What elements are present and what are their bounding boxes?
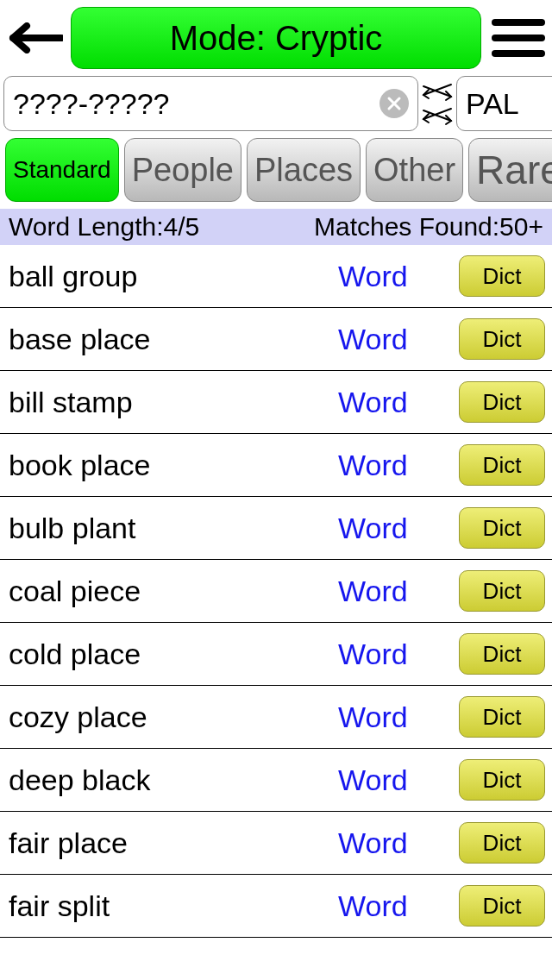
dict-button[interactable]: Dict <box>459 570 545 612</box>
swap-arrows-icon <box>420 78 455 129</box>
result-row: ball groupWordDict <box>0 245 552 308</box>
hamburger-icon <box>492 19 545 26</box>
letters-input-wrap <box>456 76 552 131</box>
pattern-input-wrap <box>3 76 418 131</box>
dict-button[interactable]: Dict <box>459 885 545 927</box>
close-icon <box>386 96 402 111</box>
result-word: book place <box>9 449 338 482</box>
swap-button[interactable] <box>420 76 455 131</box>
dict-button[interactable]: Dict <box>459 696 545 738</box>
result-word: bill stamp <box>9 386 338 419</box>
result-type-link[interactable]: Word <box>338 449 459 482</box>
mode-button[interactable]: Mode: Cryptic <box>71 7 481 69</box>
result-word: fair place <box>9 826 338 860</box>
result-row: coal pieceWordDict <box>0 560 552 623</box>
result-type-link[interactable]: Word <box>338 386 459 419</box>
result-row: bulb plantWordDict <box>0 497 552 560</box>
result-type-link[interactable]: Word <box>338 323 459 356</box>
result-word: bulb plant <box>9 512 338 545</box>
letters-input[interactable] <box>466 87 552 121</box>
filter-places[interactable]: Places <box>247 138 361 202</box>
status-bar: Word Length:4/5 Matches Found:50+ <box>0 209 552 245</box>
result-type-link[interactable]: Word <box>338 700 459 734</box>
results-list: ball groupWordDictbase placeWordDictbill… <box>0 245 552 938</box>
dict-button[interactable]: Dict <box>459 759 545 801</box>
result-row: fair splitWordDict <box>0 875 552 938</box>
result-row: base placeWordDict <box>0 308 552 371</box>
filter-standard[interactable]: Standard <box>5 138 119 202</box>
result-type-link[interactable]: Word <box>338 763 459 797</box>
back-button[interactable] <box>5 12 66 64</box>
dict-button[interactable]: Dict <box>459 381 545 423</box>
word-length-label: Word Length:4/5 <box>9 212 199 242</box>
result-word: base place <box>9 323 338 356</box>
result-row: bill stampWordDict <box>0 371 552 434</box>
clear-pattern-button[interactable] <box>380 89 409 118</box>
result-word: fair split <box>9 889 338 923</box>
filter-people[interactable]: People <box>124 138 242 202</box>
dict-button[interactable]: Dict <box>459 822 545 864</box>
result-row: deep blackWordDict <box>0 749 552 812</box>
result-type-link[interactable]: Word <box>338 575 459 608</box>
result-type-link[interactable]: Word <box>338 826 459 860</box>
matches-found-label: Matches Found:50+ <box>314 212 543 242</box>
result-type-link[interactable]: Word <box>338 889 459 923</box>
result-row: cozy placeWordDict <box>0 686 552 749</box>
result-type-link[interactable]: Word <box>338 260 459 293</box>
mode-label: Mode: Cryptic <box>170 19 383 58</box>
result-row: fair placeWordDict <box>0 812 552 875</box>
result-type-link[interactable]: Word <box>338 638 459 671</box>
dict-button[interactable]: Dict <box>459 318 545 360</box>
result-type-link[interactable]: Word <box>338 512 459 545</box>
pattern-input[interactable] <box>13 87 380 121</box>
result-row: book placeWordDict <box>0 434 552 497</box>
result-word: ball group <box>9 260 338 293</box>
filter-other[interactable]: Other <box>366 138 463 202</box>
menu-button[interactable] <box>486 12 547 64</box>
filter-rare[interactable]: Rare <box>468 138 552 202</box>
result-row: cold placeWordDict <box>0 623 552 686</box>
dict-button[interactable]: Dict <box>459 633 545 675</box>
result-word: coal piece <box>9 575 338 608</box>
result-word: deep black <box>9 763 338 797</box>
arrow-left-icon <box>8 22 63 53</box>
result-word: cold place <box>9 638 338 671</box>
dict-button[interactable]: Dict <box>459 444 545 486</box>
result-word: cozy place <box>9 700 338 734</box>
dict-button[interactable]: Dict <box>459 255 545 297</box>
dict-button[interactable]: Dict <box>459 507 545 549</box>
